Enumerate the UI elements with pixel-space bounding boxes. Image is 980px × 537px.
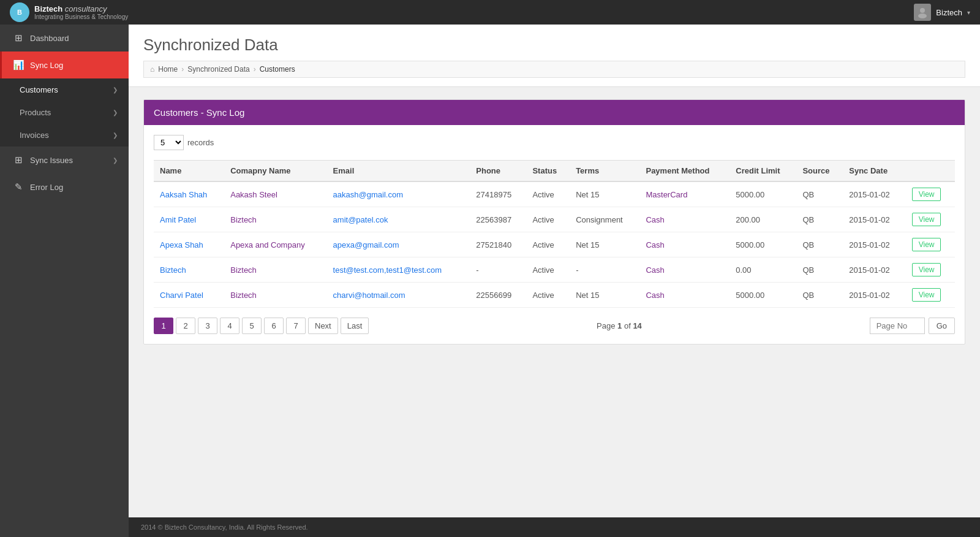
sidebar-item-syncissues-label: Sync Issues [30,156,73,165]
row-payment-link[interactable]: Cash [646,265,664,275]
next-button[interactable]: Next [308,318,338,334]
row-payment-link[interactable]: Cash [646,240,664,249]
cell-phone: 22556699 [470,283,526,308]
sidebar-item-dashboard-label: Dashboard [30,34,69,43]
view-button[interactable]: View [912,188,941,201]
page-btn-2[interactable]: 2 [176,318,195,334]
cell-source: QB [796,257,843,283]
cell-company: Biztech [224,257,326,283]
sidebar-sub-customers-label: Customers [20,85,58,94]
records-control: 5 10 25 50 records [154,135,955,150]
last-button[interactable]: Last [341,318,369,334]
row-company-link[interactable]: Biztech [230,265,257,275]
cell-source: QB [796,207,843,232]
user-menu[interactable]: Biztech ▾ [914,4,970,21]
cell-action: View [906,283,955,308]
dashboard-icon: ⊞ [13,32,24,44]
cell-syncdate: 2015-01-02 [843,207,905,232]
cell-action: View [906,232,955,257]
cell-phone: - [470,257,526,283]
user-dropdown-icon: ▾ [967,9,970,16]
breadcrumb-home[interactable]: Home [158,65,178,74]
cell-company: Aakash Steel [224,181,326,207]
row-name-link[interactable]: Aaksah Shah [160,190,207,199]
page-btn-3[interactable]: 3 [198,318,217,334]
row-company-link[interactable]: Aakash Steel [230,190,277,199]
cell-credit: 0.00 [729,257,796,283]
row-email: aakash@gmail.com [333,190,403,199]
sidebar-item-synclog[interactable]: 📊 Sync Log [0,51,129,78]
breadcrumb-synced[interactable]: Synchronized Data [187,65,249,74]
page-btn-4[interactable]: 4 [220,318,239,334]
row-name-link[interactable]: Biztech [160,265,186,275]
row-company-link[interactable]: Biztech [230,215,257,224]
view-button[interactable]: View [912,288,941,302]
col-source: Source [796,161,843,182]
cell-terms: - [570,257,639,283]
table-row: Amit Patel Biztech amit@patel.cok 225639… [154,207,955,232]
cell-name: Amit Patel [154,207,224,232]
sidebar-item-dashboard[interactable]: ⊞ Dashboard [0,25,129,51]
row-name-link[interactable]: Apexa Shah [160,240,203,249]
row-name-link[interactable]: Charvi Patel [160,291,203,300]
cell-status: Active [526,283,570,308]
cell-credit: 5000.00 [729,283,796,308]
logo-text-block: Biztech consultancy Integrating Business… [34,4,128,20]
cell-source: QB [796,181,843,207]
cell-email: apexa@gmail.com [327,232,470,257]
page-btn-6[interactable]: 6 [264,318,284,334]
row-name-link[interactable]: Amit Patel [160,215,196,224]
breadcrumb: ⌂ Home › Synchronized Data › Customers [143,61,965,78]
col-company: Comapny Name [224,161,326,182]
sidebar-item-errorlog[interactable]: ✎ Error Log [0,173,129,200]
cell-payment: Cash [639,232,729,257]
pagination-left: 1 2 3 4 5 6 7 Next Last [154,318,369,334]
table-row: Apexa Shah Apexa and Company apexa@gmail… [154,232,955,257]
cell-status: Active [526,207,570,232]
cell-company: Biztech [224,207,326,232]
view-button[interactable]: View [912,263,941,276]
table-header-row: Name Comapny Name Email Phone Status Ter… [154,161,955,182]
errorlog-icon: ✎ [13,181,24,192]
cell-phone: 22563987 [470,207,526,232]
cell-terms: Net 15 [570,232,639,257]
svg-point-2 [920,8,925,13]
page-title: Synchronized Data [143,36,965,55]
row-payment-link[interactable]: Cash [646,291,664,300]
row-email: apexa@gmail.com [333,240,399,249]
page-header: Synchronized Data ⌂ Home › Synchronized … [129,25,980,87]
row-payment-link[interactable]: Cash [646,215,664,224]
cell-email: aakash@gmail.com [327,181,470,207]
sidebar-sub-invoices-label: Invoices [20,131,49,140]
go-button[interactable]: Go [929,318,955,334]
sidebar-sub-invoices[interactable]: Invoices ❯ [0,124,129,147]
sidebar-item-syncissues[interactable]: ⊞ Sync Issues ❯ [0,147,129,173]
sidebar-sub-products[interactable]: Products ❯ [0,101,129,124]
cell-action: View [906,257,955,283]
records-per-page-select[interactable]: 5 10 25 50 [154,135,184,150]
row-company-link[interactable]: Apexa and Company [230,240,304,249]
row-payment-link[interactable]: MasterCard [646,190,687,199]
row-company-link[interactable]: Biztech [230,291,257,300]
card-body: 5 10 25 50 records Name Comapny Name [144,125,965,344]
cell-credit: 5000.00 [729,181,796,207]
logo-company: Biztech [34,4,62,13]
cell-payment: Cash [639,257,729,283]
view-button[interactable]: View [912,238,941,251]
cell-email: amit@patel.cok [327,207,470,232]
page-btn-5[interactable]: 5 [242,318,262,334]
cell-company: Biztech [224,283,326,308]
cell-phone: 27521840 [470,232,526,257]
row-email: test@test.com,test1@test.com [333,265,442,275]
page-btn-1[interactable]: 1 [154,318,173,334]
logo-icon: B [10,2,29,22]
cell-email: charvi@hotmail.com [327,283,470,308]
syncissues-icon: ⊞ [13,154,24,166]
logo-company-italic: consultancy [65,4,107,13]
sidebar-sub-customers[interactable]: Customers ❯ [0,78,129,101]
user-name: Biztech [936,8,962,17]
page-no-input[interactable] [870,318,925,334]
page-btn-7[interactable]: 7 [286,318,306,334]
view-button[interactable]: View [912,213,941,226]
card-header: Customers - Sync Log [144,100,965,125]
